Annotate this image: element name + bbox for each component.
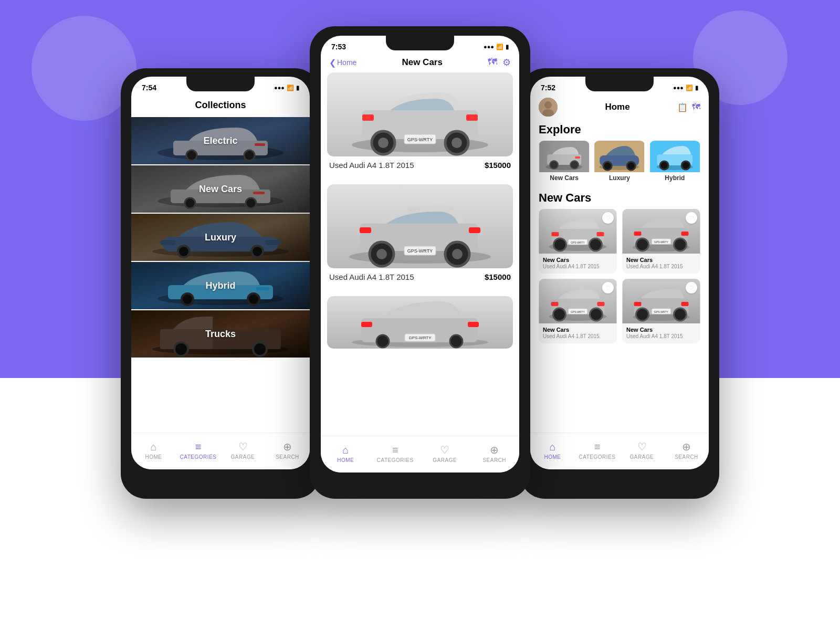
car-listing-2[interactable]: GPS-WRTY Used Audi A4 1.8T 2015 $15000	[321, 184, 519, 296]
back-button-mid[interactable]: ❮ Home	[329, 58, 356, 68]
svg-text:GPS-WRTY: GPS-WRTY	[407, 137, 433, 142]
car-card-img-3: GPS-WRTY	[327, 296, 513, 349]
collection-luxury[interactable]: Luxury	[131, 214, 310, 261]
explore-card-luxury[interactable]: Luxury	[594, 141, 645, 183]
collection-trucks[interactable]: Trucks	[131, 310, 310, 358]
grid-car-category-2: New Cars	[626, 257, 696, 263]
svg-text:GPS-WRTY: GPS-WRTY	[571, 241, 585, 244]
notch-right	[585, 77, 654, 91]
car-card-1[interactable]: GPS-WRTY Used Audi A4 1.8T 2015 $15000	[327, 72, 513, 170]
collection-electric[interactable]: Electric	[131, 117, 310, 164]
list-icon-right[interactable]: 📋	[677, 102, 688, 112]
signal-right: ●●●	[673, 85, 684, 91]
car-listing-3[interactable]: GPS-WRTY	[321, 296, 519, 363]
svg-rect-111	[634, 302, 642, 306]
nav-home-right[interactable]: ⌂ HOME	[530, 441, 575, 460]
left-collections-title: Collections	[131, 96, 310, 117]
explore-card-newcars[interactable]: New Cars	[539, 141, 590, 183]
filter-icon-mid[interactable]: ⚙	[502, 57, 511, 68]
svg-point-58	[376, 335, 389, 348]
grid-car-card-2[interactable]: GPS-WRTY ♡ New Cars Used Audi A4 1.8T 20…	[622, 209, 700, 274]
user-avatar[interactable]	[539, 98, 558, 117]
nav-garage-right[interactable]: ♡ GARAGE	[620, 440, 664, 460]
map-icon-right[interactable]: 🗺	[692, 102, 700, 112]
garage-icon-mid: ♡	[440, 444, 449, 456]
grid-car-category-3: New Cars	[543, 327, 613, 333]
nav-home-left[interactable]: ⌂ HOME	[131, 441, 176, 460]
svg-rect-85	[597, 232, 604, 236]
explore-label-luxury: Luxury	[594, 172, 645, 183]
grid-car-info-3: New Cars Used Audi A4 1.8T 2015	[539, 323, 617, 343]
svg-rect-35	[466, 114, 478, 121]
status-icons-mid: ●●● 📶 ▮	[484, 44, 509, 50]
nav-garage-mid[interactable]: ♡ GARAGE	[420, 444, 470, 463]
svg-point-86	[554, 238, 566, 251]
nav-categories-right[interactable]: ≡ CATEGORIES	[575, 441, 620, 460]
svg-rect-46	[469, 227, 480, 233]
nav-categories-mid[interactable]: ≡ CATEGORIES	[371, 444, 421, 463]
nav-search-mid[interactable]: ⊕ SEARCH	[470, 444, 520, 463]
listings-scroll[interactable]: GPS-WRTY Used Audi A4 1.8T 2015 $15000	[321, 72, 519, 441]
svg-point-95	[636, 238, 649, 251]
collection-label-newcars: New Cars	[199, 184, 242, 195]
heart-icon-4[interactable]: ♡	[686, 282, 697, 293]
grid-car-name-4: Used Audi A4 1.8T 2015	[626, 333, 696, 339]
grid-car-card-4[interactable]: GPS-WRTY ♡ New Cars Used Audi A4 1.8T 20…	[622, 279, 700, 343]
nav-search-label-mid: SEARCH	[482, 457, 506, 463]
search-icon-left: ⊕	[283, 440, 292, 453]
grid-car-card-1[interactable]: GPS-WRTY ♡ New Cars Used Audi A4 1.8T 20…	[539, 209, 617, 274]
grid-car-info-4: New Cars Used Audi A4 1.8T 2015	[622, 323, 700, 343]
phone-mid-screen: 7:53 ●●● 📶 ▮ ❮ Home New Cars 🗺 ⚙	[321, 36, 519, 472]
nav-garage-left[interactable]: ♡ GARAGE	[220, 440, 265, 460]
collection-label-trucks: Trucks	[205, 329, 236, 340]
svg-point-48	[376, 249, 387, 259]
svg-point-74	[603, 162, 612, 170]
wifi-right: 📶	[686, 85, 693, 91]
grid-car-name-3: Used Audi A4 1.8T 2015	[543, 333, 613, 339]
collection-hybrid[interactable]: Hybrid	[131, 262, 310, 309]
search-icon-right: ⊕	[682, 440, 691, 453]
car-card-2[interactable]: GPS-WRTY Used Audi A4 1.8T 2015 $15000	[327, 184, 513, 281]
status-icons-right: ●●● 📶 ▮	[673, 85, 698, 91]
bottom-nav-right: ⌂ HOME ≡ CATEGORIES ♡ GARAGE ⊕ SEARCH	[530, 433, 709, 469]
heart-icon-1[interactable]: ♡	[602, 212, 614, 224]
car-card-info-2: Used Audi A4 1.8T 2015 $15000	[327, 268, 513, 281]
svg-point-69	[570, 161, 579, 169]
nav-home-label-mid: HOME	[337, 457, 354, 463]
categories-icon-left: ≡	[195, 441, 202, 453]
grid-car-name-1: Used Audi A4 1.8T 2015	[543, 264, 613, 269]
nav-categories-left[interactable]: ≡ CATEGORIES	[176, 441, 220, 460]
new-cars-grid: GPS-WRTY ♡ New Cars Used Audi A4 1.8T 20…	[530, 209, 709, 348]
nav-categories-label-right: CATEGORIES	[579, 454, 616, 460]
back-label-mid: Home	[337, 58, 356, 67]
svg-rect-45	[360, 227, 371, 233]
chevron-left-icon: ❮	[329, 58, 336, 68]
svg-text:GPS-WRTY: GPS-WRTY	[654, 310, 669, 313]
car-card-3[interactable]: GPS-WRTY	[327, 296, 513, 349]
map-icon-mid[interactable]: 🗺	[488, 57, 497, 68]
time-left: 7:54	[142, 83, 156, 92]
grid-car-card-3[interactable]: GPS-WRTY ♡ New Cars Used Audi A4 1.8T 20…	[539, 279, 617, 343]
car-listing-1[interactable]: GPS-WRTY Used Audi A4 1.8T 2015 $15000	[321, 72, 519, 184]
grid-car-info-2: New Cars Used Audi A4 1.8T 2015	[622, 254, 700, 274]
svg-point-79	[660, 161, 668, 170]
collection-label-electric: Electric	[203, 135, 237, 146]
svg-rect-57	[468, 322, 479, 327]
explore-img-luxury	[594, 141, 645, 172]
svg-rect-56	[361, 322, 372, 327]
svg-point-63	[544, 101, 552, 109]
nav-home-mid[interactable]: ⌂ HOME	[321, 444, 371, 463]
nav-search-right[interactable]: ⊕ SEARCH	[664, 440, 709, 460]
explore-card-hybrid[interactable]: Hybrid	[649, 141, 700, 183]
grid-car-img-3: GPS-WRTY ♡	[539, 279, 617, 323]
car-card-img-1: GPS-WRTY	[327, 72, 513, 156]
home-icon-right: ⌂	[549, 441, 555, 453]
nav-search-left[interactable]: ⊕ SEARCH	[265, 440, 310, 460]
right-header-icons: 📋 🗺	[677, 102, 700, 112]
heart-icon-3[interactable]: ♡	[602, 282, 614, 293]
grid-car-category-4: New Cars	[626, 327, 696, 333]
collection-newcars[interactable]: New Cars	[131, 165, 310, 213]
phones-container: 7:54 ●●● 📶 ▮ Collections	[0, 26, 840, 499]
heart-icon-2[interactable]: ♡	[686, 212, 697, 224]
svg-rect-103	[597, 302, 605, 306]
